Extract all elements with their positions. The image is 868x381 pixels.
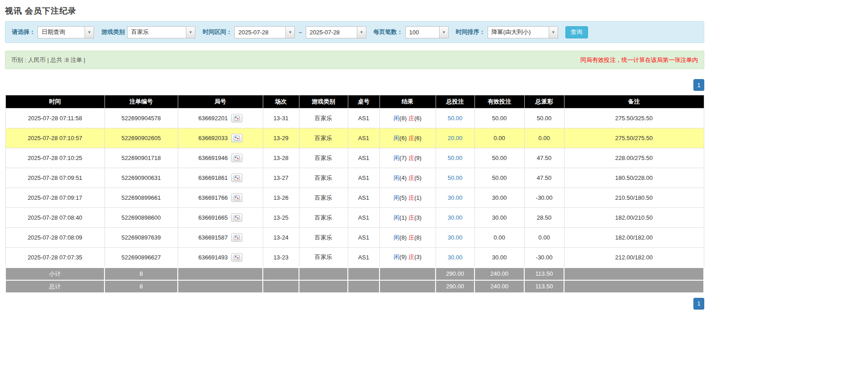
cell-bet-id: 522690899661: [104, 188, 178, 208]
cell-result: 闲(6)庄(6): [379, 128, 436, 148]
roadmap-icon[interactable]: [231, 114, 242, 122]
cell-table-no: AS1: [348, 228, 379, 248]
cell-result: 闲(7)庄(9): [379, 148, 436, 168]
cell-round-id: 636691665: [178, 208, 263, 228]
result-player-value: (4): [399, 174, 407, 181]
pagination-page-1[interactable]: 1: [693, 298, 704, 310]
chevron-down-icon[interactable]: ▼: [549, 26, 558, 38]
sort-combo[interactable]: 降冪(由大到小) ▼: [488, 26, 558, 38]
grand-total-row-note: [564, 280, 704, 293]
column-header-total-bet: 总投注: [436, 95, 474, 108]
page-title: 视讯 会员下注纪录: [5, 0, 704, 21]
subtotal-row: 小计8290.00240.00113.50: [5, 268, 704, 280]
round-id-text: 636691766: [198, 194, 228, 201]
total-bet-link[interactable]: 20.00: [448, 135, 463, 141]
total-bet-link[interactable]: 50.00: [448, 174, 463, 181]
cell-payout: 0.00: [524, 228, 564, 248]
subtotal-row-result: [379, 268, 436, 280]
cell-game-type: 百家乐: [299, 208, 348, 228]
cell-bet-id: 522690896627: [104, 248, 178, 268]
chevron-down-icon[interactable]: ▼: [186, 26, 195, 38]
pagination-page-1[interactable]: 1: [693, 79, 704, 91]
cell-bet-id: 522690900631: [104, 168, 178, 188]
cell-round-id: 636691493: [178, 248, 263, 268]
betting-records-table: 时间注单编号局号场次游戏类别桌号结果总投注有效投注总派彩备注 2025-07-2…: [5, 95, 704, 293]
cell-result: 闲(8)庄(8): [379, 228, 436, 248]
cell-total-bet: 50.00: [436, 108, 474, 128]
query-type-combo[interactable]: 日期查询 ▼: [38, 26, 94, 38]
result-player-value: (6): [399, 135, 407, 141]
table-row: 2025-07-28 07:10:57522690902605636692033…: [5, 128, 704, 148]
cell-total-bet: 50.00: [436, 168, 474, 188]
game-type-combo[interactable]: 百家乐 ▼: [127, 26, 195, 38]
chevron-down-icon[interactable]: ▼: [439, 26, 449, 38]
summary-bar: 币别 : 人民币 | 总共 :8 注单 | 同局有效投注，统一计算在该局第一张注…: [5, 51, 704, 69]
cell-payout: 50.00: [524, 108, 564, 128]
summary-currency-count: 币别 : 人民币 | 总共 :8 注单 |: [11, 56, 85, 64]
result-banker-label: 庄: [408, 115, 414, 122]
grand-total-row-game-type: [299, 280, 348, 293]
roadmap-icon[interactable]: [231, 134, 242, 142]
chevron-down-icon[interactable]: ▼: [85, 26, 94, 38]
pagination-bottom: 1: [5, 298, 704, 310]
result-player-value: (8): [399, 115, 407, 122]
query-type-value[interactable]: 日期查询: [38, 26, 85, 38]
cell-valid-bet: 30.00: [474, 248, 524, 268]
total-bet-link[interactable]: 50.00: [448, 155, 463, 161]
page-size-value[interactable]: 100: [405, 26, 439, 38]
summary-note: 同局有效投注，统一计算在该局第一张注单内: [580, 56, 698, 64]
date-to-picker[interactable]: 2025-07-28 ▼: [306, 26, 366, 38]
page-size-combo[interactable]: 100 ▼: [405, 26, 449, 38]
total-bet-link[interactable]: 30.00: [448, 234, 463, 241]
sort-value[interactable]: 降冪(由大到小): [488, 26, 549, 38]
total-bet-link[interactable]: 30.00: [448, 254, 463, 261]
date-to-value[interactable]: 2025-07-28: [306, 26, 357, 38]
result-banker-value: (5): [414, 174, 422, 181]
chevron-down-icon[interactable]: ▼: [285, 26, 295, 38]
query-type-group: 请选择： 日期查询 ▼: [12, 26, 94, 38]
roadmap-icon[interactable]: [231, 213, 242, 222]
cell-note: 275.50/325.50: [564, 108, 704, 128]
cell-time: 2025-07-28 07:08:09: [5, 228, 104, 248]
search-button[interactable]: 查询: [565, 26, 588, 38]
roadmap-icon[interactable]: [231, 154, 242, 162]
cell-time: 2025-07-28 07:08:40: [5, 208, 104, 228]
total-bet-link[interactable]: 30.00: [448, 194, 463, 201]
grand-total-row-payout: 113.50: [524, 280, 564, 293]
chevron-down-icon[interactable]: ▼: [357, 26, 366, 38]
result-banker-label: 庄: [408, 155, 414, 161]
cell-time: 2025-07-28 07:09:17: [5, 188, 104, 208]
subtotal-row-game-type: [299, 268, 348, 280]
result-player-label: 闲: [394, 254, 399, 260]
date-from-value[interactable]: 2025-07-28: [234, 26, 285, 38]
cell-bet-id: 522690901718: [104, 148, 178, 168]
cell-total-bet: 30.00: [436, 248, 474, 268]
roadmap-icon[interactable]: [231, 233, 242, 242]
roadmap-icon[interactable]: [231, 193, 242, 202]
subtotal-row-payout: 113.50: [524, 268, 564, 280]
table-row: 2025-07-28 07:11:58522690904578636692201…: [5, 108, 704, 128]
cell-note: 228.00/275.50: [564, 148, 704, 168]
roadmap-icon[interactable]: [231, 174, 242, 182]
date-from-picker[interactable]: 2025-07-28 ▼: [234, 26, 295, 38]
grand-total-row-result: [379, 280, 436, 293]
roadmap-icon[interactable]: [231, 253, 242, 262]
filter-bar: 请选择： 日期查询 ▼ 游戏类别 百家乐 ▼ 时间区间： 2025-07-28 …: [5, 21, 704, 43]
cell-payout: -30.00: [524, 248, 564, 268]
cell-time: 2025-07-28 07:07:35: [5, 248, 104, 268]
round-id-text: 636691861: [198, 174, 228, 181]
grand-total-row-total-bet: 290.00: [436, 280, 474, 293]
total-bet-link[interactable]: 30.00: [448, 214, 463, 221]
subtotal-row-session: [263, 268, 299, 280]
cell-table-no: AS1: [348, 108, 379, 128]
cell-round-id: 636692033: [178, 128, 263, 148]
game-type-group: 游戏类别 百家乐 ▼: [101, 26, 195, 38]
game-type-value[interactable]: 百家乐: [127, 26, 186, 38]
cell-result: 闲(5)庄(1): [379, 188, 436, 208]
sort-label: 时间排序：: [456, 28, 485, 36]
cell-round-id: 636691861: [178, 168, 263, 188]
cell-valid-bet: 50.00: [474, 148, 524, 168]
result-banker-label: 庄: [408, 214, 414, 221]
total-bet-link[interactable]: 50.00: [448, 115, 463, 122]
result-banker-label: 庄: [408, 135, 414, 141]
